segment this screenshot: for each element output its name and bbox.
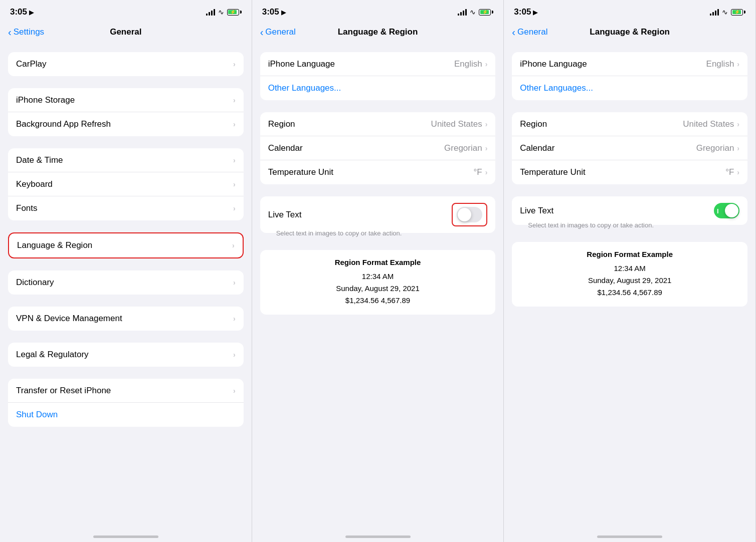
region-example-line1-on: 12:34 AM [520, 262, 739, 275]
calendar-value: Gregorian [444, 143, 482, 153]
back-button-3[interactable]: ‹ General [512, 27, 547, 37]
region-example-line3: $1,234.56 4,567.89 [268, 295, 488, 307]
list-item[interactable]: iPhone Language English › [512, 52, 747, 76]
location-icon-3: ▶ [533, 9, 538, 16]
row-value-bg-refresh: › [233, 120, 236, 128]
list-item-shutdown[interactable]: Shut Down [8, 403, 244, 427]
chevron-icon: › [233, 60, 236, 68]
list-item[interactable]: Background App Refresh › [8, 112, 244, 136]
back-button-1[interactable]: ‹ Settings [8, 27, 44, 37]
status-bar-1: 3:05 ▶ ∿ ⚡ [0, 0, 252, 22]
content-1: CarPlay › iPhone Storage › Background Ap… [0, 44, 252, 531]
chevron-icon: › [737, 60, 739, 68]
back-arrow-icon-2: ‹ [260, 27, 264, 37]
settings-group-lang-2: Region United States › Calendar Gregoria… [260, 112, 496, 184]
row-label-transfer: Transfer or Reset iPhone [16, 386, 111, 396]
status-time-3: 3:05 [514, 7, 531, 17]
settings-group-lang-1: iPhone Language English › Other Language… [260, 52, 496, 100]
row-value-dictionary: › [233, 279, 236, 287]
chevron-icon: › [737, 120, 739, 128]
row-label-calendar-3: Calendar [520, 143, 554, 153]
list-item[interactable]: Date & Time › [8, 148, 244, 172]
chevron-icon: › [233, 387, 236, 395]
region-value: United States [431, 119, 482, 129]
row-label-other-langs-3: Other Languages... [520, 83, 593, 93]
list-item[interactable]: VPN & Device Management › [8, 307, 244, 331]
row-value-region-3: United States › [683, 119, 739, 129]
menu-group-carplay: CarPlay › [8, 52, 244, 76]
chevron-icon: › [737, 144, 739, 152]
list-item[interactable]: iPhone Storage › [8, 88, 244, 112]
list-item[interactable]: CarPlay › [8, 52, 244, 76]
page-title-3: Language & Region [590, 27, 670, 37]
status-icons-3: ∿ ⚡ [710, 8, 745, 16]
list-item[interactable]: Calendar Gregorian › [260, 136, 496, 160]
chevron-icon: › [233, 120, 236, 128]
live-text-toggle[interactable] [457, 207, 482, 222]
wifi-icon-2: ∿ [470, 8, 476, 16]
list-item[interactable]: Region United States › [512, 112, 747, 136]
region-value-3: United States [683, 119, 734, 129]
back-label-1: Settings [14, 27, 44, 37]
chevron-icon: › [233, 96, 236, 104]
list-item[interactable]: Region United States › [260, 112, 496, 136]
row-label-fonts: Fonts [16, 203, 38, 213]
back-button-2[interactable]: ‹ General [260, 27, 296, 37]
chevron-icon: › [485, 60, 488, 68]
home-indicator-3 [504, 531, 755, 542]
chevron-icon: › [233, 204, 236, 212]
list-item-lang-region[interactable]: Language & Region › [9, 233, 243, 257]
battery-icon-2: ⚡ [479, 9, 493, 16]
page-title-1: General [110, 27, 141, 37]
home-bar-1 [93, 535, 158, 538]
row-value-fonts: › [233, 204, 236, 212]
list-item-other-langs-3[interactable]: Other Languages... [512, 76, 747, 100]
signal-icon-3 [710, 9, 719, 16]
list-item[interactable]: Temperature Unit °F › [512, 160, 747, 184]
settings-group-lang-3: iPhone Language English › Other Language… [512, 52, 747, 100]
settings-group-6: Legal & Regulatory › [8, 343, 244, 367]
chevron-icon: › [737, 168, 739, 176]
menu-group-lang-highlighted: Language & Region › [8, 232, 244, 258]
list-item-live-text: Live Text [260, 196, 496, 233]
row-label-other-langs: Other Languages... [268, 83, 341, 93]
row-value-transfer: › [233, 387, 236, 395]
settings-group-7: Transfer or Reset iPhone › Shut Down [8, 379, 244, 427]
list-item-other-langs[interactable]: Other Languages... [260, 76, 496, 100]
row-value-datetime: › [233, 156, 236, 164]
list-item[interactable]: Keyboard › [8, 172, 244, 196]
region-example-line2-on: Sunday, August 29, 2021 [520, 275, 739, 287]
row-value-temp: °F › [473, 167, 487, 177]
nav-bar-3: ‹ General Language & Region [504, 22, 755, 44]
row-label-temp-3: Temperature Unit [520, 167, 585, 177]
list-item[interactable]: Fonts › [8, 196, 244, 220]
menu-group-vpn: VPN & Device Management › [8, 307, 244, 331]
menu-group-legal: Legal & Regulatory › [8, 343, 244, 367]
region-example-title: Region Format Example [268, 258, 488, 266]
chevron-icon: › [485, 144, 488, 152]
calendar-value-3: Gregorian [696, 143, 734, 153]
row-value-carplay: › [233, 60, 236, 68]
menu-group-storage: iPhone Storage › Background App Refresh … [8, 88, 244, 136]
live-text-toggle-on[interactable]: I [714, 203, 739, 218]
list-item[interactable]: iPhone Language English › [260, 52, 496, 76]
status-icons-1: ∿ ⚡ [206, 8, 242, 16]
home-bar-2 [345, 535, 411, 538]
list-item[interactable]: Dictionary › [8, 270, 244, 295]
home-indicator-2 [252, 531, 504, 542]
list-item[interactable]: Legal & Regulatory › [8, 343, 244, 367]
row-label-live-text: Live Text [268, 210, 302, 220]
region-format-example: Region Format Example 12:34 AM Sunday, A… [260, 250, 496, 315]
list-item[interactable]: Transfer or Reset iPhone › [8, 379, 244, 403]
wifi-icon: ∿ [218, 8, 224, 16]
list-item-live-text-on: Live Text I [512, 196, 747, 225]
toggle-label: I [717, 207, 719, 214]
settings-group-live-text-on: Live Text I [512, 196, 747, 225]
row-label-bg-refresh: Background App Refresh [16, 119, 111, 129]
chevron-icon: › [233, 351, 236, 359]
list-item[interactable]: Calendar Gregorian › [512, 136, 747, 160]
back-arrow-icon: ‹ [8, 27, 12, 37]
region-example-line2: Sunday, August 29, 2021 [268, 283, 488, 295]
settings-group-lang-4: Region United States › Calendar Gregoria… [512, 112, 747, 184]
list-item[interactable]: Temperature Unit °F › [260, 160, 496, 184]
